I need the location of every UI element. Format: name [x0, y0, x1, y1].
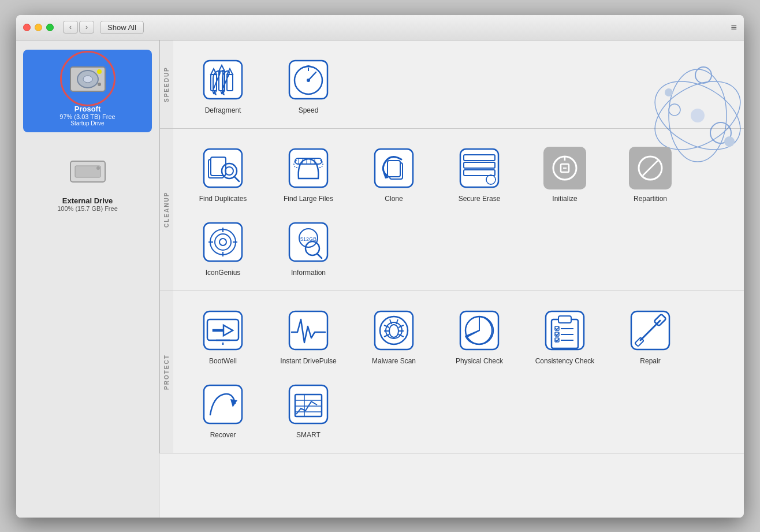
find-large-files-icon-wrapper	[285, 145, 331, 191]
repair-label: Repair	[640, 357, 660, 365]
close-button[interactable]	[23, 24, 31, 31]
speedup-label: SPEEDUP	[159, 40, 173, 128]
hdd-icon	[69, 64, 106, 94]
repair-icon-wrapper	[627, 307, 673, 354]
content-area: SPEEDUP	[159, 40, 744, 518]
physical-check-icon-wrapper	[456, 307, 502, 354]
recover-label: Recover	[210, 431, 236, 439]
maximize-button[interactable]	[46, 24, 54, 31]
protect-section: PROTECT	[159, 291, 744, 453]
sidebar-item-prosoft[interactable]: Prosoft 97% (3.03 TB) Free Startup Drive	[23, 50, 152, 132]
svg-point-2	[83, 76, 92, 83]
find-duplicates-icon-wrapper	[200, 145, 246, 191]
svg-point-4	[98, 83, 101, 86]
smart-label: SMART	[296, 431, 321, 439]
tool-information[interactable]: 512GB Information	[268, 212, 349, 281]
tool-initialize[interactable]: Initialize	[524, 138, 605, 207]
forward-button[interactable]: ›	[79, 21, 94, 34]
tool-defragment[interactable]: Defragment	[182, 50, 263, 119]
initialize-svg	[549, 152, 580, 184]
speed-label: Speed	[299, 106, 319, 114]
svg-rect-98	[558, 316, 571, 323]
instant-drivepulse-icon-wrapper	[285, 307, 331, 354]
titlebar: ‹ › Show All ≡	[16, 15, 744, 40]
minimize-button[interactable]	[35, 24, 42, 31]
prosoft-drive-subtitle: Startup Drive	[70, 120, 104, 127]
svg-rect-109	[204, 385, 242, 423]
tool-malware-scan[interactable]: Malware Scan	[353, 300, 434, 370]
malware-scan-icon-wrapper	[371, 307, 417, 354]
main-window: ‹ › Show All ≡ Prosoft 97%	[16, 15, 744, 518]
repartition-svg	[635, 152, 666, 184]
svg-rect-0	[70, 67, 105, 91]
icongenius-icon	[202, 221, 244, 263]
instant-drivepulse-label: Instant DrivePulse	[280, 357, 336, 365]
cleanup-label: CLEANUP	[159, 129, 173, 291]
list-view-icon[interactable]: ≡	[731, 21, 737, 34]
defragment-icon-wrapper	[200, 57, 246, 103]
clone-icon-wrapper	[371, 145, 417, 191]
tool-physical-check[interactable]: Physical Check	[439, 300, 520, 370]
tool-recover[interactable]: Recover	[182, 374, 263, 444]
protect-label: PROTECT	[159, 291, 173, 453]
physical-check-label: Physical Check	[456, 357, 503, 365]
tool-icongenius[interactable]: IconGenius	[182, 212, 263, 281]
external-drive-name: External Drive	[62, 196, 113, 205]
tool-find-large-files[interactable]: Find Large Files	[268, 138, 349, 207]
sidebar-item-external[interactable]: External Drive 100% (15.7 GB) Free	[23, 142, 152, 218]
tool-clone[interactable]: Clone	[353, 138, 434, 207]
recover-icon-wrapper	[200, 381, 246, 427]
secure-erase-label: Secure Erase	[459, 195, 501, 203]
tool-smart[interactable]: SMART	[268, 374, 349, 444]
tool-find-duplicates[interactable]: Find Duplicates	[182, 138, 263, 207]
tool-repartition[interactable]: Repartition	[610, 138, 691, 207]
secure-erase-icon	[458, 147, 501, 189]
information-label: Information	[291, 269, 326, 277]
external-drive-info: 100% (15.7 GB) Free	[57, 205, 118, 212]
smart-icon-wrapper	[285, 381, 331, 427]
repartition-icon-wrapper	[627, 145, 673, 191]
protect-tools: BootWell Instant DrivePulse	[173, 291, 744, 453]
find-large-files-icon	[287, 147, 330, 189]
instant-drivepulse-icon	[287, 309, 330, 352]
sidebar: Prosoft 97% (3.03 TB) Free Startup Drive…	[16, 40, 159, 518]
tool-repair[interactable]: Repair	[610, 300, 691, 370]
svg-point-7	[96, 166, 100, 170]
cleanup-section: CLEANUP	[159, 129, 744, 291]
consistency-check-icon	[543, 309, 586, 352]
main-content: Prosoft 97% (3.03 TB) Free Startup Drive…	[16, 40, 744, 518]
initialize-icon-wrapper	[542, 145, 588, 191]
defragment-icon	[202, 58, 244, 101]
svg-line-61	[643, 161, 658, 176]
clone-label: Clone	[385, 195, 403, 203]
nav-buttons: ‹ ›	[63, 21, 94, 34]
bootwell-icon	[202, 309, 244, 352]
external-hdd-icon	[69, 155, 106, 185]
back-button[interactable]: ‹	[63, 21, 78, 34]
tool-bootwell[interactable]: BootWell	[182, 300, 263, 370]
tool-speed[interactable]: Speed	[268, 50, 349, 119]
tool-consistency-check[interactable]: Consistency Check	[524, 300, 605, 370]
icongenius-icon-wrapper	[200, 219, 246, 265]
bootwell-icon-wrapper	[200, 307, 246, 354]
traffic-lights	[23, 24, 54, 31]
secure-erase-icon-wrapper	[456, 145, 502, 191]
repartition-label: Repartition	[634, 195, 667, 203]
tool-instant-drivepulse[interactable]: Instant DrivePulse	[268, 300, 349, 370]
information-icon-wrapper: 512GB	[285, 219, 331, 265]
svg-point-3	[97, 69, 102, 74]
malware-scan-icon	[372, 309, 415, 352]
initialize-label: Initialize	[552, 195, 577, 203]
find-duplicates-label: Find Duplicates	[199, 195, 247, 203]
find-duplicates-icon	[202, 147, 244, 189]
bootwell-label: BootWell	[209, 357, 237, 365]
svg-point-20	[307, 79, 310, 82]
find-large-files-label: Find Large Files	[284, 195, 333, 203]
tool-secure-erase[interactable]: Secure Erase	[439, 138, 520, 207]
defragment-label: Defragment	[205, 106, 241, 114]
prosoft-drive-icon-wrapper	[65, 55, 111, 102]
svg-point-1	[77, 70, 98, 88]
show-all-button[interactable]: Show All	[100, 21, 144, 34]
svg-rect-36	[289, 149, 327, 187]
speedup-tools: Defragment	[173, 40, 744, 128]
